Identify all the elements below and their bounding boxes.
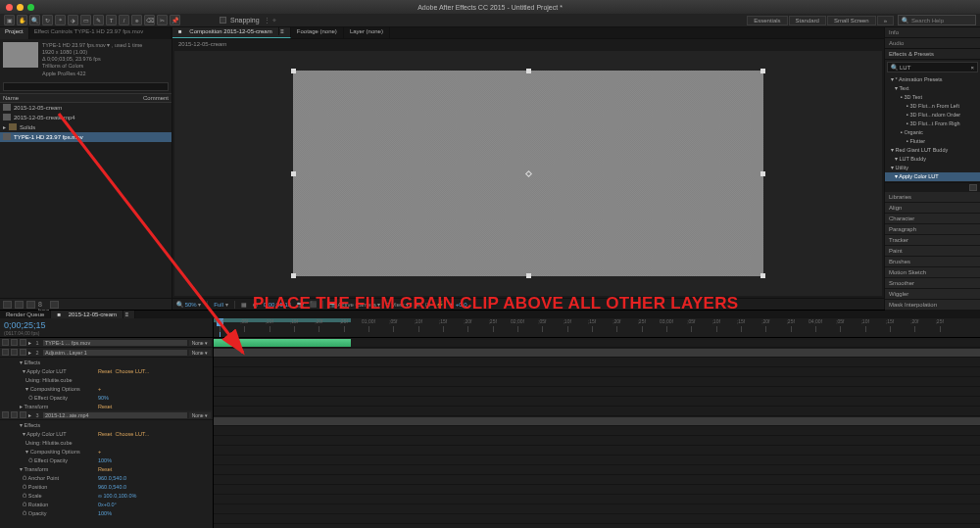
camera-tool-icon[interactable]: ⌖ <box>55 15 66 25</box>
panel-audio[interactable]: Audio <box>885 38 980 49</box>
new-comp-icon[interactable] <box>26 301 35 309</box>
eraser-tool-icon[interactable]: ⌫ <box>144 15 155 25</box>
workspace-more[interactable]: » <box>877 16 894 25</box>
text-tool-icon[interactable]: T <box>106 15 117 25</box>
property-value[interactable]: Reset Choose LUT... <box>98 431 149 437</box>
effects-search-input[interactable]: 🔍 LUT× <box>887 62 978 72</box>
grid-icon[interactable]: ▦ <box>241 301 247 308</box>
tab-project[interactable]: Project <box>0 27 29 39</box>
resolution-dropdown[interactable]: Full ▾ <box>214 301 227 308</box>
layer-name[interactable]: TYPE-1 ... fps.mov <box>43 340 187 346</box>
tab-footage[interactable]: Footage (none) <box>291 27 344 38</box>
effects-tree-node[interactable]: ▾ * Animation Presets <box>885 75 980 84</box>
search-help-input[interactable]: 🔍 Search Help <box>898 15 976 25</box>
maximize-window-icon[interactable] <box>27 4 34 11</box>
tab-timeline-comp[interactable]: ■ 2015-12-05-cream ≡ <box>51 311 135 318</box>
transform-handle[interactable] <box>760 273 765 278</box>
timecode-display[interactable]: 0;00;25;15 <box>264 302 291 308</box>
project-item-footage[interactable]: 2015-12-05-create.mp4 <box>0 113 172 122</box>
selection-tool-icon[interactable]: ▣ <box>4 15 15 25</box>
fast-preview-icon[interactable]: ⚡ <box>436 301 443 308</box>
visibility-toggle[interactable] <box>2 411 9 418</box>
mask-tool-icon[interactable]: ▭ <box>80 15 91 25</box>
property-value[interactable]: ∞ 100.0,100.0% <box>98 493 136 499</box>
effects-tree-node[interactable]: ▪ 3D Flut...t From Righ <box>885 120 980 128</box>
brush-tool-icon[interactable]: / <box>119 15 129 25</box>
bpc-indicator[interactable]: 8 bpc <box>38 301 47 309</box>
tab-effect-controls[interactable]: Effect Controls TYPE-1 HD 23.97 fps.mov <box>29 27 172 39</box>
snapping-checkbox[interactable] <box>220 17 226 24</box>
minimize-window-icon[interactable] <box>17 4 24 11</box>
transform-handle[interactable] <box>526 69 531 73</box>
delete-icon[interactable] <box>50 301 59 309</box>
roto-tool-icon[interactable]: ✂ <box>157 15 168 25</box>
transform-handle[interactable] <box>291 69 296 73</box>
panel-tracker[interactable]: Tracker <box>885 235 980 246</box>
hand-tool-icon[interactable]: ✋ <box>17 15 27 25</box>
panel-motion-sketch[interactable]: Motion Sketch <box>885 267 980 278</box>
effects-tree-node[interactable]: ▾ LUT Buddy <box>885 155 980 164</box>
pixel-aspect-icon[interactable]: ⊡ <box>425 301 430 308</box>
snapshot-icon[interactable]: 📷 <box>297 301 304 308</box>
panel-paint[interactable]: Paint <box>885 246 980 257</box>
zoom-tool-icon[interactable]: 🔍 <box>29 15 40 25</box>
zoom-dropdown[interactable]: 🔍 50% ▾ <box>176 301 201 308</box>
effects-tree-node[interactable]: ▪ 3D Text <box>885 93 980 102</box>
effects-tree-node[interactable]: ▾ Apply Color LUT <box>885 172 980 181</box>
project-item-folder[interactable]: ▸ Solids <box>0 122 172 132</box>
composition-viewport[interactable] <box>174 51 882 296</box>
solo-toggle[interactable] <box>11 339 18 346</box>
transform-handle[interactable] <box>291 273 296 278</box>
solo-toggle[interactable] <box>11 411 18 418</box>
effects-tree-node[interactable]: ▾ Text <box>885 84 980 93</box>
effects-tree-node[interactable]: ▪ 3D Flut...n From Left <box>885 102 980 111</box>
panel-paragraph[interactable]: Paragraph <box>885 224 980 235</box>
anchor-point-icon[interactable] <box>525 170 532 177</box>
panel-libraries[interactable]: Libraries <box>885 192 980 203</box>
layer-bar[interactable] <box>214 417 980 425</box>
panel-smoother[interactable]: Smoother <box>885 278 980 289</box>
panel-wiggler[interactable]: Wiggler <box>885 289 980 300</box>
tab-composition[interactable]: ■ Composition 2015-12-05-cream ≡ <box>172 27 291 38</box>
property-value[interactable]: Reset <box>98 466 112 472</box>
clone-tool-icon[interactable]: ⎈ <box>131 15 142 25</box>
project-item-comp[interactable]: 2015-12-05-cream <box>0 103 172 113</box>
panel-character[interactable]: Character <box>885 214 980 224</box>
property-value[interactable]: 960.0,540.0 <box>98 484 126 490</box>
property-value[interactable]: 100% <box>98 510 112 516</box>
panel-align[interactable]: Align <box>885 203 980 214</box>
effects-tree-node[interactable]: ▪ Flutter <box>885 137 980 146</box>
exposure-control[interactable]: ☀ +0.0 <box>449 301 467 308</box>
new-folder-icon[interactable] <box>15 301 24 309</box>
layer-bar[interactable] <box>214 339 351 347</box>
work-area-bar[interactable] <box>214 318 351 322</box>
visibility-toggle[interactable] <box>2 349 9 356</box>
transform-handle[interactable] <box>526 273 531 278</box>
project-item-selected[interactable]: TYPE-1 HD 23.97 fps.mov <box>0 132 172 142</box>
mask-toggle-icon[interactable]: ◐ <box>253 301 258 308</box>
lock-toggle[interactable] <box>20 349 26 356</box>
transform-handle[interactable] <box>291 171 296 176</box>
effects-tree-node[interactable]: ▪ 3D Flut...ndom Order <box>885 111 980 120</box>
layer-name[interactable]: 2015-12...ate.mp4 <box>43 412 187 418</box>
effects-tree-node[interactable]: ▪ Organic <box>885 128 980 137</box>
layer-name[interactable]: Adjustm...Layer 1 <box>43 350 187 356</box>
pan-behind-tool-icon[interactable]: ⬗ <box>68 15 78 25</box>
effects-tree-node[interactable]: ▾ Utility <box>885 164 980 172</box>
layer-bar[interactable] <box>214 349 980 357</box>
current-timecode[interactable]: 0;00;25;15 <box>4 320 209 330</box>
lock-toggle[interactable] <box>20 411 26 418</box>
property-value[interactable]: 100% <box>98 457 112 463</box>
interpret-footage-icon[interactable] <box>3 301 12 309</box>
close-window-icon[interactable] <box>6 4 13 11</box>
property-value[interactable]: 0x+0.0° <box>98 502 117 507</box>
workspace-standard[interactable]: Standard <box>789 16 826 25</box>
property-value[interactable]: Reset <box>98 404 112 409</box>
project-search-input[interactable] <box>3 82 169 91</box>
panel-effects-presets[interactable]: Effects & Presets <box>885 49 980 60</box>
blend-mode[interactable]: None ▾ <box>189 350 211 356</box>
visibility-toggle[interactable] <box>2 339 9 346</box>
views-dropdown[interactable]: 1 View ▾ <box>386 301 409 308</box>
channel-icon[interactable]: ⬛ <box>310 301 317 308</box>
col-comment[interactable]: Comment <box>143 95 169 101</box>
